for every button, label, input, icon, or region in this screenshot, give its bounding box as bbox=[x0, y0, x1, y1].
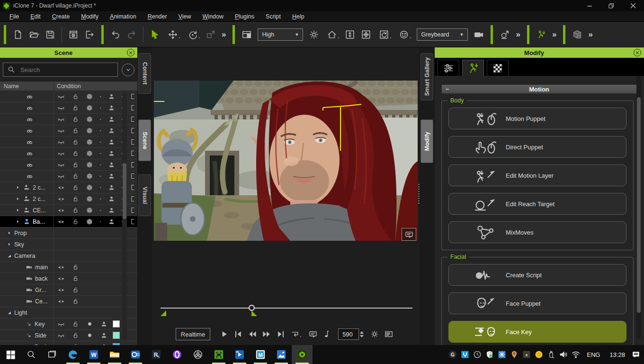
play-button[interactable] bbox=[217, 328, 231, 341]
tray-coin-icon[interactable] bbox=[533, 345, 545, 364]
person-toggle[interactable] bbox=[104, 161, 118, 168]
eye-closed-toggle[interactable] bbox=[54, 173, 68, 180]
scene-row[interactable] bbox=[0, 114, 137, 125]
bracket-toggle[interactable] bbox=[126, 150, 137, 157]
person-toggle[interactable] bbox=[104, 218, 118, 225]
eye-open-toggle[interactable] bbox=[54, 218, 68, 226]
bracket-toggle[interactable] bbox=[126, 116, 137, 123]
cube-toggle[interactable] bbox=[82, 207, 97, 214]
circle-toggle[interactable] bbox=[82, 332, 97, 339]
lock-open-toggle[interactable] bbox=[68, 116, 82, 123]
lock-open-toggle[interactable] bbox=[68, 320, 82, 328]
cube-toggle[interactable] bbox=[82, 195, 97, 203]
taskbar-word-icon[interactable]: W bbox=[83, 345, 104, 364]
eye-closed-toggle[interactable] bbox=[54, 138, 68, 146]
open-project-button[interactable] bbox=[26, 25, 42, 44]
bracket-toggle[interactable] bbox=[126, 184, 137, 191]
person-toggle[interactable] bbox=[97, 332, 111, 339]
clock-time[interactable]: 13:28 bbox=[605, 351, 630, 358]
scene-row[interactable]: back bbox=[0, 273, 137, 284]
scene-row[interactable] bbox=[0, 125, 137, 136]
face-puppet-button[interactable]: Face Puppet bbox=[448, 292, 626, 314]
cube-toggle[interactable] bbox=[82, 138, 97, 146]
frame-spinner[interactable] bbox=[360, 331, 364, 337]
circle-toggle[interactable] bbox=[82, 320, 97, 328]
face-key-button[interactable]: Face Key bbox=[448, 321, 626, 343]
bracket-toggle[interactable] bbox=[126, 161, 137, 168]
cube-toggle[interactable] bbox=[82, 173, 97, 180]
lock-open-toggle[interactable] bbox=[68, 275, 82, 282]
render-quality-button[interactable] bbox=[367, 328, 382, 341]
eye-open-toggle[interactable] bbox=[54, 207, 68, 214]
caret-down-toggle[interactable] bbox=[97, 163, 104, 167]
tray-map-pin-icon[interactable] bbox=[508, 345, 520, 364]
quality-dropdown[interactable]: High ▼ bbox=[258, 28, 303, 41]
loop-mode-button[interactable] bbox=[288, 328, 302, 341]
frame-counter[interactable]: 590 bbox=[338, 328, 359, 340]
cube-toggle[interactable] bbox=[82, 150, 97, 157]
lock-open-toggle[interactable] bbox=[68, 264, 82, 271]
person-toggle[interactable] bbox=[104, 138, 118, 146]
eye-open-toggle[interactable] bbox=[54, 195, 68, 203]
tab-modify[interactable]: Modify bbox=[420, 119, 433, 163]
light-color-swatch[interactable] bbox=[113, 332, 120, 339]
person-toggle[interactable] bbox=[104, 173, 118, 180]
modify-tab-animation[interactable] bbox=[462, 60, 484, 76]
eye-closed-toggle[interactable] bbox=[54, 127, 68, 135]
motion-tools-button[interactable] bbox=[533, 25, 549, 44]
cube-toggle[interactable] bbox=[82, 161, 97, 169]
restore-button[interactable] bbox=[600, 0, 622, 11]
next-frame-button[interactable] bbox=[259, 328, 274, 341]
person-toggle[interactable] bbox=[104, 104, 118, 111]
column-condition[interactable]: Condition bbox=[54, 82, 137, 91]
tab-scene[interactable]: Scene bbox=[138, 119, 151, 161]
lock-open-toggle[interactable] bbox=[68, 173, 82, 180]
scene-group-camera[interactable]: Camera bbox=[0, 250, 137, 262]
avatar-tools-button[interactable] bbox=[497, 25, 513, 44]
menu-render[interactable]: Render bbox=[142, 12, 173, 21]
direct-puppet-button[interactable]: Direct Puppet bbox=[448, 136, 626, 158]
audio-button[interactable] bbox=[320, 328, 334, 341]
bracket-toggle[interactable] bbox=[126, 138, 137, 146]
timeline-track[interactable] bbox=[161, 308, 412, 309]
exp-collapsed-icon[interactable] bbox=[15, 219, 20, 224]
taskbar-reallusion-icon[interactable]: R bbox=[146, 345, 167, 364]
exp-collapsed-icon[interactable] bbox=[7, 242, 12, 247]
go-to-start-button[interactable] bbox=[231, 328, 245, 341]
taskbar-obs-icon[interactable] bbox=[188, 345, 208, 364]
caret-down-toggle[interactable] bbox=[97, 117, 104, 122]
taskbar-mail-m-icon[interactable]: M bbox=[250, 345, 271, 364]
exp-collapsed-icon[interactable] bbox=[15, 196, 20, 201]
caret-down-toggle[interactable] bbox=[97, 219, 104, 224]
tray-defender-icon[interactable] bbox=[483, 345, 496, 364]
lock-open-toggle[interactable] bbox=[68, 207, 82, 214]
taskbar-edge-icon[interactable] bbox=[63, 345, 83, 364]
light-color-swatch[interactable] bbox=[113, 320, 120, 328]
action-center-icon[interactable] bbox=[630, 345, 642, 364]
scene-row[interactable]: Ce... bbox=[0, 296, 137, 307]
caret-down-toggle[interactable] bbox=[97, 197, 104, 201]
cube-toggle[interactable] bbox=[82, 104, 97, 112]
select-tool-button[interactable] bbox=[147, 25, 163, 44]
caret-down-toggle[interactable] bbox=[97, 94, 104, 99]
edit-reach-target-button[interactable]: Edit Reach Target bbox=[448, 193, 626, 215]
previous-frame-button[interactable] bbox=[245, 328, 259, 341]
scene-row[interactable] bbox=[0, 102, 137, 114]
exp-expanded-icon[interactable] bbox=[7, 310, 12, 315]
exp-expanded-icon[interactable] bbox=[7, 253, 12, 258]
lock-open-toggle[interactable] bbox=[68, 127, 82, 134]
bracket-toggle[interactable] bbox=[126, 93, 137, 100]
scene-row[interactable] bbox=[0, 91, 137, 102]
edit-motion-layer-button[interactable]: Edit Motion Layer bbox=[448, 164, 626, 186]
cube-toggle[interactable] bbox=[82, 93, 97, 100]
menu-create[interactable]: Create bbox=[46, 12, 76, 21]
orbit-button[interactable] bbox=[374, 25, 394, 44]
menu-window[interactable]: Window bbox=[197, 12, 229, 21]
cube-toggle[interactable] bbox=[82, 127, 97, 135]
save-project-button[interactable] bbox=[42, 25, 58, 44]
move-tool-button[interactable] bbox=[163, 25, 183, 44]
person-toggle[interactable] bbox=[104, 127, 118, 134]
lock-open-toggle[interactable] bbox=[68, 332, 82, 339]
lock-open-toggle[interactable] bbox=[68, 150, 82, 157]
menu-modify[interactable]: Modify bbox=[75, 12, 104, 21]
